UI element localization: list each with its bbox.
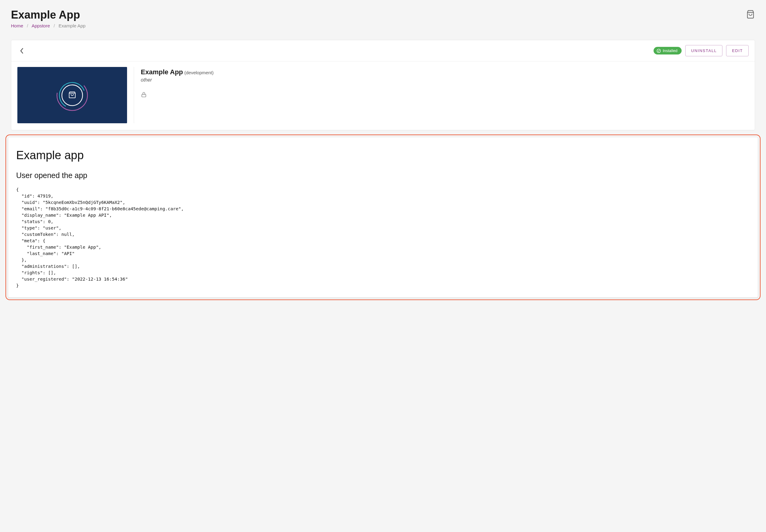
panel-subheading: User opened the app — [16, 171, 750, 180]
app-meta: Example App (development) other — [141, 67, 214, 123]
app-card: Installed Uninstall Edit — [11, 40, 755, 130]
panel-heading: Example app — [16, 149, 750, 162]
breadcrumb-home[interactable]: Home — [11, 23, 23, 28]
svg-rect-4 — [142, 94, 146, 97]
app-output-panel: Example app User opened the app { "id": … — [8, 137, 758, 298]
app-tile-graphic — [51, 74, 93, 117]
breadcrumb-appstore[interactable]: Appstore — [32, 23, 50, 28]
lock-icon — [141, 91, 214, 99]
installed-badge-label: Installed — [663, 48, 677, 53]
card-body: Example App (development) other — [11, 61, 755, 130]
app-stage: (development) — [184, 70, 214, 75]
app-name: Example App — [141, 68, 183, 76]
page-title: Example App — [11, 9, 86, 21]
installed-badge: Installed — [654, 47, 682, 54]
highlight-frame: Example app User opened the app { "id": … — [5, 135, 761, 300]
page-header: Example App Home / Appstore / Example Ap… — [11, 9, 755, 40]
uninstall-button[interactable]: Uninstall — [685, 45, 722, 56]
breadcrumb-separator: / — [54, 23, 55, 28]
back-button[interactable] — [17, 46, 26, 55]
app-category: other — [141, 77, 214, 83]
breadcrumb-current: Example App — [58, 23, 85, 28]
edit-button[interactable]: Edit — [726, 45, 749, 56]
card-toolbar: Installed Uninstall Edit — [11, 40, 755, 61]
vertical-divider — [134, 67, 134, 123]
app-tile — [17, 67, 127, 123]
check-circle-icon — [657, 49, 661, 53]
breadcrumb-separator: / — [27, 23, 28, 28]
shopping-bag-icon[interactable] — [746, 10, 755, 20]
breadcrumb: Home / Appstore / Example App — [11, 23, 86, 28]
panel-json-output: { "id": 47919, "uuid": "5kcqneEomXbvZ5nQ… — [16, 187, 750, 289]
